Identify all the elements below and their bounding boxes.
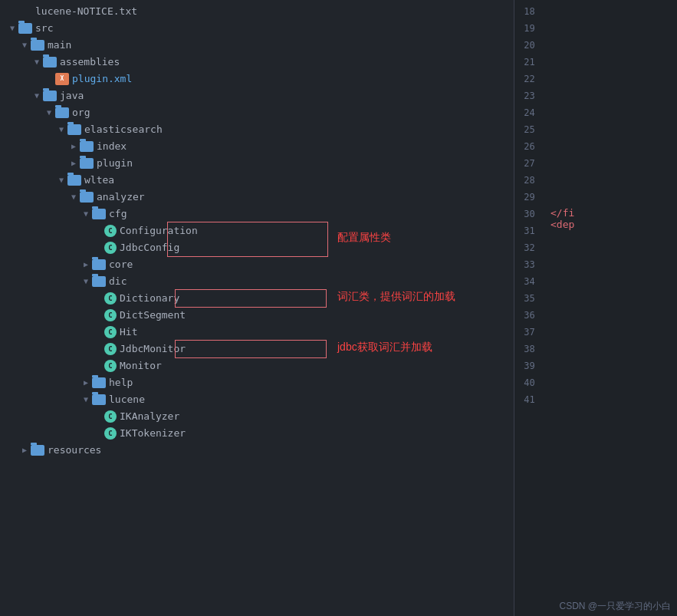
tree-item-assemblies[interactable]: ▼ assemblies	[0, 54, 514, 71]
line-num-36: 36	[514, 307, 544, 324]
tree-item-src[interactable]: ▼ src	[0, 20, 514, 37]
label-plugin-xml: plugin.xml	[72, 71, 132, 87]
arrow-java: ▼	[31, 87, 43, 104]
tree-item-iktokenizer[interactable]: C IKTokenizer	[0, 425, 514, 442]
label-resources: resources	[48, 442, 101, 459]
class-icon-dictsegment: C	[104, 309, 117, 321]
label-core: core	[109, 256, 133, 273]
class-icon-monitor: C	[104, 360, 117, 372]
arrow-dic: ▼	[80, 273, 92, 290]
tree-item-hit[interactable]: C Hit	[0, 324, 514, 341]
arrow-lucene: ▼	[80, 391, 92, 408]
folder-icon-dic	[92, 276, 106, 287]
label-lucene-notice: lucene-NOTICE.txt	[35, 3, 137, 20]
xml-icon-plugin-xml: X	[55, 73, 69, 85]
line-num-26: 26	[514, 138, 544, 155]
label-index: index	[97, 138, 127, 155]
line-num-22: 22	[514, 71, 544, 87]
folder-icon-plugin	[80, 158, 94, 169]
folder-icon-lucene	[92, 394, 106, 405]
tree-item-cfg[interactable]: ▼ cfg	[0, 206, 514, 222]
line-num-34: 34	[514, 273, 544, 290]
label-configuration: Configuration	[120, 222, 198, 239]
line-num-20: 20	[514, 37, 544, 54]
class-icon-dictionary: C	[104, 292, 117, 305]
class-icon-hit: C	[104, 326, 117, 338]
label-java: java	[60, 87, 84, 104]
label-src: src	[35, 20, 53, 37]
tree-item-dic[interactable]: ▼ dic	[0, 273, 514, 290]
tree-item-ikanalyzer[interactable]: C IKAnalyzer	[0, 408, 514, 425]
line-num-38: 38	[514, 341, 544, 357]
tree-item-dictionary[interactable]: C Dictionary	[0, 290, 514, 307]
tree-item-monitor[interactable]: C Monitor	[0, 357, 514, 374]
line-num-21: 21	[514, 54, 544, 71]
tree-item-lucene-notice[interactable]: lucene-NOTICE.txt	[0, 3, 514, 20]
line-num-39: 39	[514, 357, 544, 374]
tree-item-jdbcconfig[interactable]: C JdbcConfig	[0, 239, 514, 256]
line-num-31: 31	[514, 222, 544, 239]
tree-item-java[interactable]: ▼ java	[0, 87, 514, 104]
right-code-snippet: </fi <dep	[550, 3, 574, 230]
folder-icon-java	[43, 91, 57, 101]
folder-icon-index	[80, 141, 94, 152]
label-assemblies: assemblies	[60, 54, 120, 71]
folder-icon-main	[31, 40, 44, 51]
tree-item-configuration[interactable]: C Configuration	[0, 222, 514, 239]
arrow-main: ▼	[18, 37, 31, 54]
class-icon-jdbcconfig: C	[104, 242, 117, 254]
tree-item-core[interactable]: ▶ core	[0, 256, 514, 273]
tree-item-plugin-xml[interactable]: X plugin.xml	[0, 71, 514, 87]
arrow-index: ▶	[67, 138, 80, 155]
line-num-30: 30	[514, 206, 544, 222]
arrow-help: ▶	[80, 374, 92, 391]
label-cfg: cfg	[109, 206, 127, 222]
line-num-24: 24	[514, 104, 544, 121]
folder-icon-elasticsearch	[67, 124, 81, 135]
class-icon-iktokenizer: C	[104, 427, 117, 440]
line-num-27: 27	[514, 155, 544, 172]
arrow-assemblies: ▼	[31, 54, 43, 71]
tree-item-elasticsearch[interactable]: ▼ elasticsearch	[0, 121, 514, 138]
folder-icon-resources	[31, 445, 44, 456]
folder-icon-cfg	[92, 209, 106, 219]
line-num-32: 32	[514, 239, 544, 256]
class-icon-jdbcmonitor: C	[104, 343, 117, 355]
tree-item-dictsegment[interactable]: C DictSegment	[0, 307, 514, 324]
tree-item-help[interactable]: ▶ help	[0, 374, 514, 391]
tree-item-index[interactable]: ▶ index	[0, 138, 514, 155]
line-num-18: 18	[514, 3, 544, 20]
folder-icon-org	[55, 107, 69, 118]
right-panel: </fi <dep CSDN @一只爱学习的小白	[544, 0, 677, 616]
tree-item-resources[interactable]: ▶ resources	[0, 442, 514, 459]
tree-item-org[interactable]: ▼ org	[0, 104, 514, 121]
class-icon-configuration: C	[104, 225, 117, 237]
line-num-28: 28	[514, 172, 544, 189]
tree-item-jdbcmonitor[interactable]: C JdbcMonitor	[0, 341, 514, 357]
tree-item-plugin[interactable]: ▶ plugin	[0, 155, 514, 172]
arrow-analyzer: ▼	[67, 189, 80, 206]
arrow-core: ▶	[80, 256, 92, 273]
tree-item-analyzer[interactable]: ▼ analyzer	[0, 189, 514, 206]
arrow-resources: ▶	[18, 442, 31, 459]
label-jdbcmonitor: JdbcMonitor	[120, 341, 186, 357]
label-lucene: lucene	[109, 391, 145, 408]
folder-icon-help	[92, 377, 106, 388]
line-num-41: 41	[514, 391, 544, 408]
line-num-40: 40	[514, 374, 544, 391]
line-num-35: 35	[514, 290, 544, 307]
tree-item-lucene[interactable]: ▼ lucene	[0, 391, 514, 408]
file-tree: lucene-NOTICE.txt ▼ src ▼ main ▼ assembl…	[0, 0, 514, 616]
tree-item-wltea[interactable]: ▼ wltea	[0, 172, 514, 189]
tree-item-main[interactable]: ▼ main	[0, 37, 514, 54]
watermark: CSDN @一只爱学习的小白	[559, 600, 671, 613]
line-num-33: 33	[514, 256, 544, 273]
label-dictionary: Dictionary	[120, 290, 179, 307]
label-ikanalyzer: IKAnalyzer	[120, 408, 179, 425]
label-iktokenizer: IKTokenizer	[120, 425, 186, 442]
label-monitor: Monitor	[120, 357, 162, 374]
line-num-19: 19	[514, 20, 544, 37]
label-plugin: plugin	[97, 155, 133, 172]
folder-icon-wltea	[67, 175, 81, 186]
line-num-23: 23	[514, 87, 544, 104]
